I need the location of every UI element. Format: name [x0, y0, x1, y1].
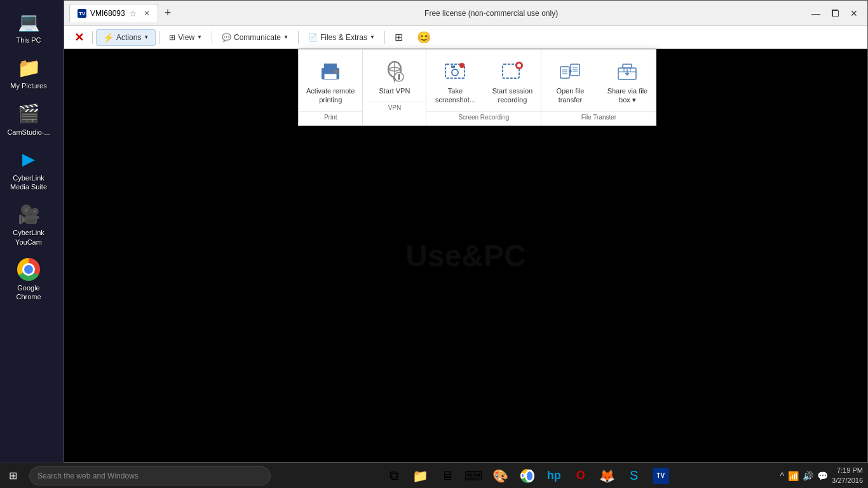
taskbar-search[interactable]: Search the web and Windows: [29, 466, 271, 485]
desktop-icon-camstudio[interactable]: 🎬 CamStudio-...: [3, 98, 54, 139]
communicate-button[interactable]: 💬 Communicate ▼: [215, 30, 295, 44]
cyberlink-media-label: CyberLinkMedia Suite: [10, 173, 47, 192]
file-explorer-icon: 📁: [412, 468, 428, 484]
files-extras-icon: 📄: [308, 33, 318, 42]
svg-rect-12: [451, 65, 455, 68]
tab-favicon: TV: [78, 9, 86, 18]
start-vpn-label: Start VPN: [379, 86, 410, 95]
take-screenshot-item[interactable]: Takescreenshot...: [426, 55, 484, 109]
skype-button[interactable]: S: [621, 463, 647, 489]
systray-network-icon[interactable]: 📶: [788, 471, 799, 481]
desktop-icon-this-pc[interactable]: 💻 This PC: [3, 6, 54, 47]
systray: ^ 📶 🔊 💬 7:19 PM 3/27/2016: [780, 466, 868, 485]
tab-star-icon[interactable]: ☆: [129, 8, 137, 18]
start-session-recording-item[interactable]: Start sessionrecording: [484, 55, 541, 109]
hp-icon: hp: [547, 469, 561, 482]
desktop-icons-left: 💻 This PC 📁 My Pictures 🎬 CamStudio-... …: [0, 0, 57, 311]
windows-button[interactable]: ⊞: [388, 29, 409, 46]
files-extras-label: Files & Extras: [320, 33, 367, 42]
vpn-group-label: VPN: [363, 102, 426, 113]
task-view-icon: ⧉: [390, 468, 398, 483]
view-button[interactable]: ⊞ View ▼: [163, 30, 208, 44]
paint-button[interactable]: 🎨: [488, 463, 513, 489]
tv-tab[interactable]: TV VMI68093 ☆ ✕: [69, 4, 158, 22]
actions-group-vpn: Start VPN VPN: [363, 50, 426, 125]
open-file-transfer-item[interactable]: Open filetransfer: [541, 55, 599, 109]
paint-icon: 🎨: [492, 468, 508, 484]
close-button[interactable]: ✕: [846, 5, 862, 22]
print-group-label: Print: [299, 111, 362, 123]
communicate-icon: 💬: [222, 33, 231, 42]
file-box-icon: [614, 58, 640, 84]
screen-recording-group-label: Screen Recording: [426, 111, 541, 123]
watermark: Use&PC: [405, 238, 526, 273]
actions-label: Actions: [116, 33, 141, 42]
start-button[interactable]: ⊞: [0, 463, 25, 489]
windows-icon: ⊞: [395, 31, 403, 43]
desktop-icon-cyberlink-youcam[interactable]: 🎥 CyberLinkYouCam: [3, 199, 54, 249]
view-dropdown-arrow: ▼: [197, 34, 202, 40]
files-extras-button[interactable]: 📄 Files & Extras ▼: [302, 30, 381, 44]
disconnect-button[interactable]: ✕: [69, 28, 89, 47]
hp-button[interactable]: hp: [541, 463, 567, 489]
tab-add-button[interactable]: +: [161, 6, 175, 20]
opera-button[interactable]: O: [568, 463, 593, 489]
remote-desktop-button[interactable]: 🖥: [435, 463, 460, 489]
minimize-button[interactable]: —: [808, 5, 824, 22]
actions-button[interactable]: ⚡ Actions ▼: [96, 29, 156, 46]
tab-close-button[interactable]: ✕: [144, 9, 150, 18]
files-extras-dropdown-arrow: ▼: [370, 34, 375, 40]
actions-items: Activate remoteprinting Print: [299, 50, 656, 125]
systray-expand-button[interactable]: ^: [780, 471, 784, 481]
toolbar-separator-5: [384, 31, 385, 44]
tv-titlebar: TV VMI68093 ☆ ✕ + Free license (non-comm…: [64, 1, 867, 26]
svg-point-13: [459, 63, 465, 68]
start-vpn-item[interactable]: Start VPN: [366, 55, 423, 99]
this-pc-icon: 💻: [16, 9, 41, 34]
systray-message-icon[interactable]: 💬: [817, 471, 828, 481]
restore-button[interactable]: ⧠: [827, 5, 843, 22]
skype-icon: S: [630, 468, 638, 483]
session-recording-icon: [499, 58, 525, 84]
firefox-taskbar-button[interactable]: 🦊: [595, 463, 620, 489]
task-view-button[interactable]: ⧉: [381, 463, 407, 489]
chrome-taskbar-icon: [520, 469, 534, 483]
window-title: Free license (non-commercial use only): [175, 9, 808, 18]
systray-sound-icon[interactable]: 🔊: [803, 471, 813, 481]
desktop-icon-cyberlink-media[interactable]: ▶ CyberLinkMedia Suite: [3, 144, 54, 194]
toolbar-separator-3: [212, 31, 212, 44]
bolt-icon: ⚡: [103, 32, 114, 43]
firefox-taskbar-icon: 🦊: [599, 468, 615, 484]
toolbar-separator-2: [159, 31, 159, 44]
svg-rect-21: [571, 64, 580, 76]
chrome-left-icon: [16, 257, 41, 282]
share-via-file-box-label: Share via filebox ▾: [607, 86, 648, 105]
chrome-taskbar-button[interactable]: [515, 463, 540, 489]
svg-point-11: [452, 69, 458, 76]
vpn-icon: [382, 58, 407, 84]
tab-title: VMI68093: [90, 9, 125, 18]
file-explorer-button[interactable]: 📁: [408, 463, 433, 489]
cyberlink-youcam-label: CyberLinkYouCam: [13, 228, 44, 247]
systray-date-display: 3/27/2016: [832, 476, 863, 485]
systray-clock[interactable]: 7:19 PM 3/27/2016: [832, 466, 863, 485]
remote-desktop-icon: 🖥: [441, 468, 454, 483]
camstudio-icon: 🎬: [16, 101, 41, 126]
my-pictures-icon: 📁: [16, 55, 41, 80]
keyboard-button[interactable]: ⌨: [461, 463, 487, 489]
camstudio-label: CamStudio-...: [7, 128, 50, 137]
view-label: View: [178, 33, 194, 42]
desktop-icon-chrome-left[interactable]: Google Chrome: [3, 254, 54, 304]
toolbar-separator-4: [298, 31, 299, 44]
teamviewer-taskbar-button[interactable]: TV: [648, 463, 674, 489]
my-pictures-label: My Pictures: [10, 81, 46, 90]
activate-remote-printing-item[interactable]: Activate remoteprinting: [299, 55, 362, 109]
share-via-file-box-item[interactable]: Share via filebox ▾: [599, 55, 656, 109]
search-placeholder: Search the web and Windows: [37, 471, 139, 480]
svg-point-16: [517, 64, 521, 67]
desktop-icon-my-pictures[interactable]: 📁 My Pictures: [3, 52, 54, 93]
smiley-button[interactable]: 😊: [410, 28, 437, 47]
taskbar: ⊞ Search the web and Windows ⧉ 📁 🖥 ⌨ 🎨: [0, 463, 868, 488]
actions-group-screen-recording: Takescreenshot... Start sessionrecording: [426, 50, 541, 125]
take-screenshot-label: Takescreenshot...: [435, 86, 475, 105]
